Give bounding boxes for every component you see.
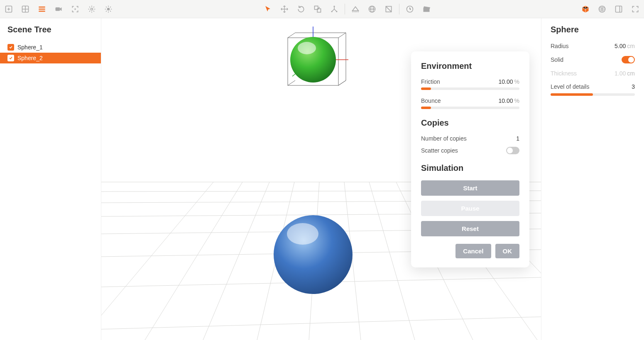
scatter-label: Scatter copies: [421, 147, 458, 154]
environment-panel: Environment Friction 10.00% Bounce 10.00…: [411, 51, 529, 267]
radius-label: Radius: [551, 43, 569, 49]
tree-item-sphere-1[interactable]: Sphere_1: [0, 42, 101, 53]
svg-point-5: [107, 7, 110, 10]
bounce-value[interactable]: 10.00: [499, 97, 513, 104]
gear-icon[interactable]: [87, 5, 96, 14]
move-icon[interactable]: [280, 5, 289, 14]
svg-line-32: [369, 182, 415, 340]
3d-viewport[interactable]: Environment Friction 10.00% Bounce 10.00…: [101, 18, 541, 340]
lod-slider[interactable]: [551, 93, 635, 96]
solid-toggle[interactable]: [622, 56, 635, 63]
menu-icon[interactable]: [37, 5, 47, 14]
cancel-button[interactable]: Cancel: [455, 244, 491, 258]
bounce-label: Bounce: [421, 97, 441, 104]
panel-icon[interactable]: [614, 5, 623, 14]
checkbox-icon[interactable]: [7, 44, 14, 51]
focus-icon[interactable]: [71, 5, 80, 14]
env-title: Environment: [421, 61, 519, 71]
svg-rect-2: [56, 7, 60, 10]
svg-line-28: [203, 182, 269, 340]
pause-button: Pause: [421, 201, 519, 216]
friction-label: Friction: [421, 78, 440, 85]
grid-icon[interactable]: [21, 5, 30, 14]
svg-point-36: [287, 223, 318, 245]
pointer-icon[interactable]: [263, 5, 272, 14]
svg-point-4: [91, 8, 93, 10]
svg-point-3: [74, 8, 76, 10]
solid-label: Solid: [551, 56, 563, 63]
thickness-label: Thickness: [551, 70, 577, 77]
start-button[interactable]: Start: [421, 180, 519, 196]
checkbox-icon[interactable]: [7, 55, 14, 61]
wireframe-icon[interactable]: [597, 5, 607, 14]
reset-button[interactable]: Reset: [421, 221, 519, 236]
ok-button[interactable]: OK: [495, 244, 520, 258]
globe-icon[interactable]: [367, 5, 377, 14]
copies-title: Copies: [421, 118, 519, 128]
cube-icon[interactable]: [581, 5, 590, 14]
svg-line-25: [101, 317, 541, 329]
bounce-slider[interactable]: [421, 107, 519, 109]
svg-point-41: [298, 42, 316, 54]
scene-tree-title: Scene Tree: [0, 18, 101, 42]
inspector-title: Sphere: [551, 25, 635, 34]
svg-point-8: [333, 5, 335, 7]
inspector-panel: Sphere Radius 5.00cm Solid Thickness 1.0…: [541, 18, 644, 340]
svg-rect-17: [616, 6, 622, 12]
fullscreen-icon[interactable]: [631, 5, 640, 14]
hierarchy-icon[interactable]: [330, 5, 339, 14]
radius-value[interactable]: 5.00: [615, 43, 626, 49]
tree-item-label: Sphere_1: [17, 44, 43, 51]
lod-label: Level of details: [551, 83, 589, 90]
copies-number-value[interactable]: 1: [516, 135, 519, 142]
rotate-icon[interactable]: [296, 5, 306, 14]
camera-icon[interactable]: [54, 5, 63, 14]
tree-item-sphere-2[interactable]: Sphere_2: [0, 53, 101, 63]
time-icon[interactable]: [405, 5, 414, 14]
copies-number-label: Number of copies: [421, 135, 467, 142]
plane-icon[interactable]: [384, 5, 393, 14]
snap-icon[interactable]: [351, 5, 360, 14]
scatter-toggle[interactable]: [506, 147, 519, 154]
scale-icon[interactable]: [313, 5, 322, 14]
brightness-icon[interactable]: [104, 5, 113, 14]
add-icon[interactable]: [4, 5, 13, 14]
tree-item-label: Sphere_2: [17, 55, 43, 61]
toolbar: [0, 0, 644, 18]
scene-tree-panel: Scene Tree Sphere_1 Sphere_2: [0, 18, 101, 340]
clapper-icon[interactable]: [422, 5, 431, 14]
svg-line-26: [101, 182, 213, 340]
friction-slider[interactable]: [421, 87, 519, 90]
lod-value[interactable]: 3: [632, 83, 635, 90]
sim-title: Simulation: [421, 163, 519, 173]
friction-value[interactable]: 10.00: [499, 78, 513, 85]
thickness-value: 1.00: [615, 70, 626, 77]
